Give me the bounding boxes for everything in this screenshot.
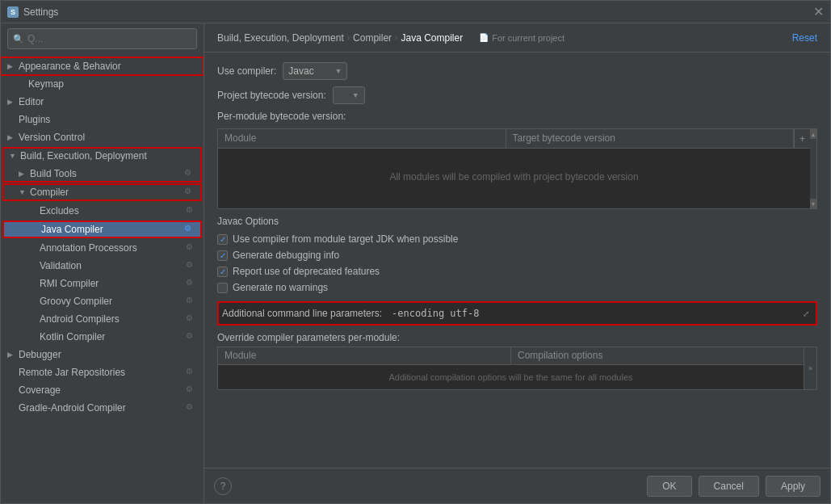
- sidebar-item-label: Kotlin Compiler: [40, 331, 105, 342]
- sidebar-item-label: Annotation Processors: [40, 242, 137, 254]
- footer: ? OK Cancel Apply: [204, 468, 830, 503]
- sidebar-item-build-tools[interactable]: ▶ Build Tools ⚙: [2, 165, 202, 183]
- breadcrumb-current: Java Compiler: [401, 32, 463, 44]
- reset-button[interactable]: Reset: [792, 32, 817, 44]
- checkbox-gen-no-warn-label: Generate no warnings: [233, 282, 328, 293]
- sidebar-item-groovy-compiler[interactable]: Groovy Compiler ⚙: [1, 292, 204, 310]
- sidebar-item-label: Plugins: [19, 114, 50, 125]
- project-icon: 📄: [479, 33, 489, 42]
- footer-buttons: OK Cancel Apply: [647, 476, 821, 497]
- breadcrumb-part-1: Build, Execution, Deployment: [217, 32, 344, 44]
- titlebar: S Settings ✕: [1, 1, 830, 23]
- params-label: Additional command line parameters:: [222, 308, 382, 319]
- checkbox-report-deprecated-label: Report use of deprecated features: [233, 266, 380, 277]
- sidebar-item-label: Build Tools: [30, 168, 77, 179]
- sidebar-item-label: Android Compilers: [40, 313, 120, 325]
- table-scrollbar[interactable]: ▲ ▼: [810, 129, 816, 208]
- scroll-up-button[interactable]: ▲: [810, 129, 816, 139]
- sidebar-item-keymap[interactable]: Keymap: [1, 75, 204, 93]
- checkbox-report-deprecated[interactable]: Report use of deprecated features: [217, 266, 817, 277]
- help-button[interactable]: ?: [214, 477, 232, 495]
- sidebar-item-plugins[interactable]: Plugins: [1, 111, 204, 128]
- sidebar-item-rmi-compiler[interactable]: RMI Compiler ⚙: [1, 275, 204, 292]
- sidebar-item-android-compilers[interactable]: Android Compilers ⚙: [1, 310, 204, 328]
- project-bytecode-dropdown[interactable]: ▼: [333, 86, 365, 104]
- sidebar-item-label: Java Compiler: [41, 224, 103, 235]
- project-bytecode-label: Project bytecode version:: [217, 90, 326, 101]
- checkbox-use-compiler[interactable]: Use compiler from module target JDK when…: [217, 233, 817, 245]
- use-compiler-row: Use compiler: Javac ▼: [217, 62, 817, 80]
- sidebar: 🔍 ▶ Appearance & Behavior Keymap ▶ Edito…: [1, 23, 204, 503]
- sidebar-item-label: Coverage: [19, 384, 61, 396]
- scroll-down-button[interactable]: ▼: [810, 199, 816, 208]
- sidebar-item-excludes[interactable]: Excludes ⚙: [1, 202, 204, 220]
- sidebar-item-build-exec[interactable]: ▼ Build, Execution, Deployment: [2, 147, 202, 165]
- sidebar-item-compiler[interactable]: ▼ Compiler ⚙: [2, 183, 202, 201]
- col-target: Target bytecode version: [506, 129, 795, 148]
- sidebar-item-validation[interactable]: Validation ⚙: [1, 257, 204, 275]
- ok-button[interactable]: OK: [647, 476, 691, 497]
- panel-body: Use compiler: Javac ▼ Project bytecode v…: [204, 52, 830, 468]
- apply-button[interactable]: Apply: [766, 476, 821, 497]
- arrow-icon: ▶: [19, 170, 30, 178]
- arrow-icon: ▶: [7, 62, 19, 70]
- sidebar-item-editor[interactable]: ▶ Editor: [1, 93, 204, 111]
- checkbox-gen-no-warn-box[interactable]: [217, 283, 228, 293]
- checkbox-gen-debug-label: Generate debugging info: [233, 250, 339, 261]
- module-table: Module Target bytecode version + All mod…: [217, 128, 817, 209]
- sidebar-item-label: Excludes: [40, 205, 79, 216]
- checkbox-gen-no-warn[interactable]: Generate no warnings: [217, 282, 817, 293]
- javac-title: Javac Options: [217, 216, 817, 227]
- javac-section: Javac Options Use compiler from module t…: [217, 216, 817, 293]
- checkbox-gen-debug-box[interactable]: [217, 250, 228, 261]
- sidebar-item-debugger[interactable]: ▶ Debugger: [1, 346, 204, 363]
- override-body: Additional compilation options will be t…: [218, 365, 804, 389]
- gear-icon: ⚙: [186, 278, 197, 289]
- settings-window: S Settings ✕ 🔍 ▶ Appearance & Behavior K…: [0, 0, 831, 504]
- arrow-icon: ▶: [7, 133, 19, 141]
- gear-icon: ⚙: [186, 367, 197, 378]
- sidebar-item-label: Editor: [19, 96, 44, 107]
- sidebar-item-gradle-android[interactable]: Gradle-Android Compiler ⚙: [1, 399, 204, 417]
- cancel-button[interactable]: Cancel: [699, 476, 759, 497]
- params-expand-button[interactable]: ⤢: [800, 307, 812, 320]
- sidebar-item-java-compiler[interactable]: Java Compiler ⚙: [2, 220, 202, 238]
- gear-icon: ⚙: [186, 331, 197, 342]
- sidebar-item-coverage[interactable]: Coverage ⚙: [1, 381, 204, 399]
- sidebar-item-annotation-processors[interactable]: Annotation Processors ⚙: [1, 239, 204, 257]
- sidebar-item-label: Keymap: [28, 78, 64, 90]
- use-compiler-dropdown[interactable]: Javac ▼: [283, 62, 347, 80]
- table-empty-msg: All modules will be compiled with projec…: [389, 171, 638, 183]
- per-module-row: Per-module bytecode version:: [217, 111, 817, 122]
- params-input[interactable]: [388, 306, 800, 321]
- checkbox-report-deprecated-box[interactable]: [217, 267, 228, 277]
- sidebar-item-label: Validation: [40, 260, 82, 271]
- sidebar-item-remote-jar[interactable]: Remote Jar Repositories ⚙: [1, 363, 204, 381]
- help-icon: ?: [220, 481, 226, 492]
- override-header: Module Compilation options: [218, 347, 804, 365]
- gear-icon: ⚙: [184, 187, 195, 198]
- checkbox-use-compiler-box[interactable]: [217, 234, 228, 245]
- sidebar-item-version-control[interactable]: ▶ Version Control: [1, 128, 204, 146]
- sidebar-item-kotlin-compiler[interactable]: Kotlin Compiler ⚙: [1, 328, 204, 346]
- search-input[interactable]: [27, 33, 191, 44]
- main-content: 🔍 ▶ Appearance & Behavior Keymap ▶ Edito…: [1, 23, 830, 503]
- search-box[interactable]: 🔍: [7, 28, 197, 49]
- compiler-value: Javac: [288, 65, 331, 77]
- sidebar-item-appearance[interactable]: ▶ Appearance & Behavior: [1, 57, 204, 75]
- close-button[interactable]: ✕: [813, 6, 824, 19]
- checkbox-gen-debug[interactable]: Generate debugging info: [217, 250, 817, 261]
- sidebar-item-label: Build, Execution, Deployment: [20, 150, 147, 162]
- dropdown-arrow-icon: ▼: [334, 67, 342, 75]
- gear-icon: ⚙: [186, 242, 197, 254]
- main-panel: Build, Execution, Deployment › Compiler …: [204, 23, 830, 503]
- gear-icon: ⚙: [184, 168, 195, 179]
- arrow-icon: ▼: [19, 188, 30, 196]
- sidebar-item-label: Debugger: [19, 349, 61, 360]
- table-header: Module Target bytecode version +: [218, 129, 810, 149]
- sidebar-item-label: RMI Compiler: [40, 278, 99, 289]
- override-empty-msg: Additional compilation options will be t…: [388, 372, 632, 382]
- override-expand-button[interactable]: »: [804, 347, 816, 389]
- checkbox-use-compiler-label: Use compiler from module target JDK when…: [233, 233, 458, 245]
- add-row-button[interactable]: +: [794, 129, 810, 149]
